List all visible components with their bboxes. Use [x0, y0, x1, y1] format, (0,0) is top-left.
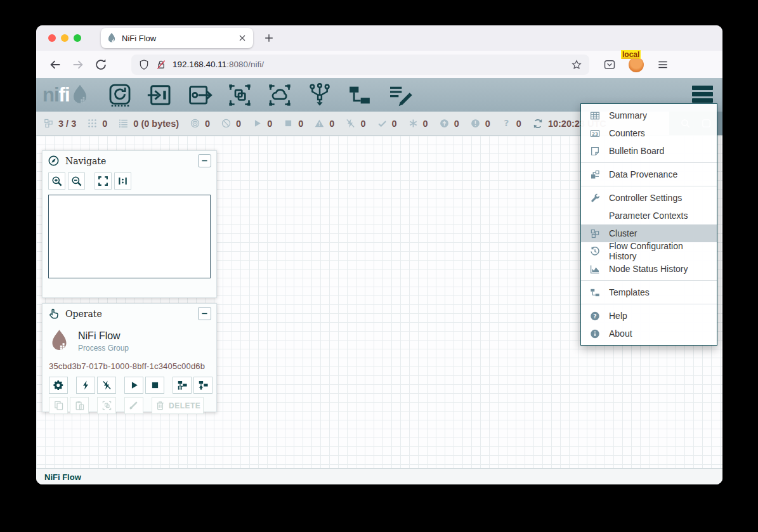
- configuration-button[interactable]: [49, 377, 68, 394]
- bookmark-star-icon[interactable]: [571, 59, 582, 70]
- clustered-nodes-icon: [43, 118, 54, 129]
- disabled-components-icon: [345, 118, 356, 129]
- status-locally-modified-stale-versioned-count: 0: [485, 119, 490, 129]
- reload-button[interactable]: [94, 58, 108, 72]
- drag-input-port-icon[interactable]: [147, 82, 173, 108]
- navigate-toolbar: [42, 171, 216, 190]
- menu-bar-line: [692, 92, 713, 96]
- drag-funnel-icon[interactable]: [307, 82, 332, 108]
- nifi-logo-text-ni: ni: [42, 85, 59, 105]
- hand-icon: [48, 308, 60, 320]
- insecure-lock-icon[interactable]: [155, 59, 167, 70]
- menu-item-data-provenance-label: Data Provenance: [609, 169, 677, 179]
- start-button[interactable]: [124, 377, 143, 394]
- create-template-button[interactable]: [173, 377, 192, 394]
- status-stopped-components-count: 0: [298, 119, 303, 129]
- menu-item-templates[interactable]: Templates: [581, 283, 717, 301]
- close-window-button[interactable]: [48, 34, 56, 42]
- browser-tab-bar: NiFi Flow: [36, 25, 722, 51]
- browser-menu-icon[interactable]: [657, 58, 669, 71]
- status-up-to-date-versioned-count: 0: [392, 119, 397, 129]
- status-up-to-date-versioned: 0: [377, 118, 397, 129]
- minimize-window-button[interactable]: [61, 34, 69, 42]
- menu-item-bulletin-board[interactable]: Bulletin Board: [581, 142, 717, 160]
- minus-icon: [200, 156, 209, 165]
- menu-item-parameter-contexts[interactable]: Parameter Contexts: [581, 207, 717, 224]
- menu-bar-line: [692, 86, 713, 90]
- global-menu-button[interactable]: [692, 86, 713, 103]
- paste-button[interactable]: [70, 397, 89, 414]
- forward-button[interactable]: [71, 58, 85, 72]
- url-host: 192.168.40.11: [173, 60, 226, 69]
- operate-actions-row-1: [49, 377, 210, 394]
- address-bar[interactable]: 192.168.40.11:8080/nifi/: [131, 55, 589, 75]
- shield-icon[interactable]: [138, 59, 150, 70]
- profile-button[interactable]: local: [629, 57, 644, 72]
- avatar[interactable]: [629, 57, 644, 72]
- zoom-out-button[interactable]: [68, 172, 85, 190]
- menu-item-flow-configuration-history[interactable]: Flow Configuration History: [581, 242, 717, 260]
- flow-name: NiFi Flow: [78, 330, 129, 342]
- status-running-components-count: 0: [267, 119, 272, 129]
- breadcrumb[interactable]: NiFi Flow: [44, 472, 81, 482]
- pocket-icon[interactable]: [603, 58, 616, 71]
- disable-button[interactable]: [97, 377, 116, 394]
- new-tab-button[interactable]: [263, 32, 275, 44]
- menu-item-cluster-label: Cluster: [609, 228, 637, 238]
- menu-item-flow-configuration-history-label: Flow Configuration History: [609, 241, 709, 261]
- drag-remote-process-group-icon[interactable]: [267, 82, 292, 108]
- drag-processor-icon[interactable]: [107, 82, 133, 108]
- menu-item-controller-settings[interactable]: Controller Settings: [581, 189, 717, 207]
- collapse-navigate-button[interactable]: [198, 154, 211, 167]
- locally-modified-versioned-icon: [408, 118, 419, 129]
- play-icon: [129, 380, 140, 391]
- zoom-in-button[interactable]: [48, 172, 65, 190]
- group-button[interactable]: [97, 397, 116, 414]
- url-text[interactable]: 192.168.40.11:8080/nifi/: [173, 60, 264, 69]
- change-color-button[interactable]: [124, 397, 143, 414]
- menu-item-summary[interactable]: Summary: [581, 107, 717, 124]
- upload-template-button[interactable]: [193, 377, 212, 394]
- menu-item-help[interactable]: ?Help: [581, 307, 717, 325]
- flow-type: Process Group: [78, 344, 129, 353]
- browser-tab[interactable]: NiFi Flow: [101, 28, 253, 48]
- refresh-icon[interactable]: [532, 118, 544, 129]
- queued-icon: [118, 118, 129, 129]
- operate-actions-row-2: DELETE: [49, 397, 210, 414]
- back-button[interactable]: [48, 58, 62, 72]
- zoom-out-icon: [70, 175, 82, 187]
- drag-process-group-icon[interactable]: [227, 82, 252, 108]
- birdseye-map[interactable]: [48, 195, 211, 278]
- collapse-operate-button[interactable]: [198, 307, 211, 320]
- status-active-threads: 0: [87, 118, 107, 129]
- drag-template-icon[interactable]: [347, 82, 372, 108]
- enable-button[interactable]: [76, 377, 95, 394]
- process-group-drop-icon: [49, 328, 70, 354]
- fit-button[interactable]: [95, 172, 112, 190]
- menu-item-counters[interactable]: 23Counters: [581, 124, 717, 142]
- process-group-id: 35cbd3b7-017b-1000-8bff-1c3405c00d6b: [49, 361, 210, 371]
- drag-label-icon[interactable]: [387, 82, 412, 108]
- status-locally-modified-stale-versioned: 0: [470, 118, 490, 129]
- maximize-window-button[interactable]: [74, 34, 81, 42]
- drag-output-port-icon[interactable]: [187, 82, 212, 108]
- window-controls: [36, 34, 81, 42]
- close-tab-icon[interactable]: [237, 33, 247, 43]
- status-locally-modified-versioned-count: 0: [423, 119, 428, 129]
- wrench-icon: [589, 193, 601, 204]
- menu-item-templates-label: Templates: [609, 287, 650, 297]
- breadcrumb-bar: NiFi Flow: [36, 468, 722, 484]
- menu-item-about[interactable]: About: [581, 325, 717, 342]
- stop-button[interactable]: [145, 377, 164, 394]
- not-transmitting-remote-groups-icon: [221, 118, 232, 129]
- copy-button[interactable]: [49, 397, 68, 414]
- menu-item-data-provenance[interactable]: Data Provenance: [581, 165, 717, 183]
- navigate-header: Navigate: [42, 151, 216, 171]
- menu-item-cluster[interactable]: Cluster: [581, 224, 717, 242]
- menu-item-node-status-history[interactable]: Node Status History: [581, 260, 717, 278]
- menu-item-counters-label: Counters: [609, 128, 645, 138]
- invalid-components-icon: [314, 118, 325, 129]
- transmitting-remote-groups-icon: [190, 118, 200, 129]
- delete-button[interactable]: DELETE: [152, 397, 204, 414]
- actual-size-button[interactable]: [114, 172, 131, 190]
